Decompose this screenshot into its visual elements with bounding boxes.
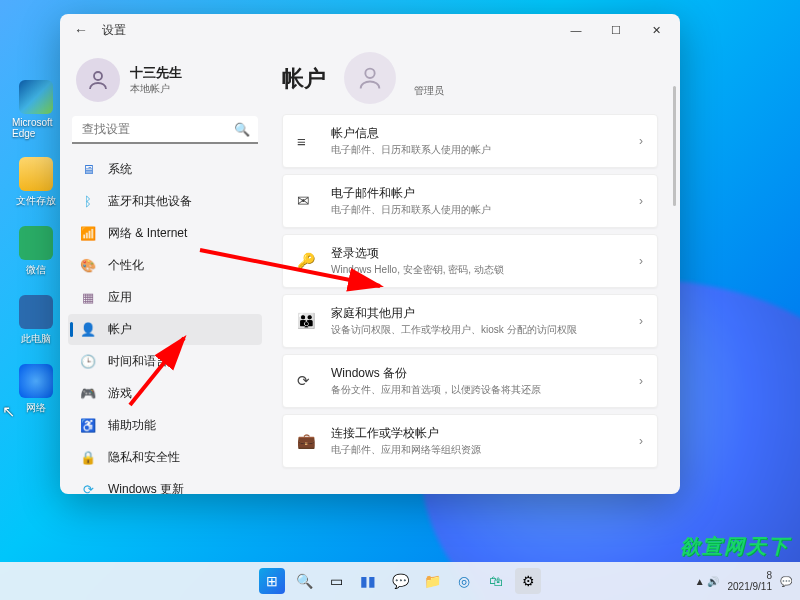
maximize-button[interactable]: ☐	[596, 14, 636, 46]
watermark: 欲宣网天下	[680, 533, 790, 560]
svg-point-0	[94, 72, 102, 80]
admin-label: 管理员	[414, 84, 444, 98]
main-avatar	[344, 52, 396, 104]
main-panel: 帐户 管理员 ≡帐户信息电子邮件、日历和联系人使用的帐户›✉电子邮件和帐户电子邮…	[270, 46, 680, 494]
scrollbar[interactable]	[673, 86, 676, 206]
nav-icon: 👤	[80, 322, 96, 338]
sidebar-item-8[interactable]: ♿辅助功能	[68, 410, 262, 441]
settings-card-3[interactable]: 👪家庭和其他用户设备访问权限、工作或学校用户、kiosk 分配的访问权限›	[282, 294, 658, 348]
sidebar-item-5[interactable]: 👤帐户	[68, 314, 262, 345]
taskbar: ⊞ 🔍 ▭ ▮▮ 💬 📁 ◎ 🛍 ⚙ ▲ 🔊 8 2021/9/11 💬	[0, 562, 800, 600]
settings-card-1[interactable]: ✉电子邮件和帐户电子邮件、日历和联系人使用的帐户›	[282, 174, 658, 228]
nav-label: 游戏	[108, 385, 132, 402]
nav-icon: 🕒	[80, 354, 96, 370]
sidebar-item-1[interactable]: ᛒ蓝牙和其他设备	[68, 186, 262, 217]
card-icon: ≡	[297, 133, 317, 150]
nav-label: 个性化	[108, 257, 144, 274]
chevron-right-icon: ›	[639, 314, 643, 328]
card-icon: 💼	[297, 432, 317, 450]
settings-card-0[interactable]: ≡帐户信息电子邮件、日历和联系人使用的帐户›	[282, 114, 658, 168]
desktop-icon-label: 文件存放	[16, 194, 56, 208]
minimize-button[interactable]: —	[556, 14, 596, 46]
user-block[interactable]: 十三先生 本地帐户	[68, 52, 262, 116]
desktop-icon-edge[interactable]: Microsoft Edge	[12, 80, 60, 139]
chevron-right-icon: ›	[639, 134, 643, 148]
network-icon	[19, 364, 53, 398]
file-explorer[interactable]: 📁	[419, 568, 445, 594]
card-icon: 👪	[297, 312, 317, 330]
nav: 🖥系统ᛒ蓝牙和其他设备📶网络 & Internet🎨个性化▦应用👤帐户🕒时间和语…	[68, 154, 262, 494]
chevron-right-icon: ›	[639, 194, 643, 208]
desktop-icon-wechat[interactable]: 微信	[12, 226, 60, 277]
user-sub: 本地帐户	[130, 82, 182, 96]
settings-card-4[interactable]: ⟳Windows 备份备份文件、应用和首选项，以便跨设备将其还原›	[282, 354, 658, 408]
chat[interactable]: 💬	[387, 568, 413, 594]
sidebar-item-2[interactable]: 📶网络 & Internet	[68, 218, 262, 249]
desktop-icon-this-pc[interactable]: 此电脑	[12, 295, 60, 346]
sidebar-item-9[interactable]: 🔒隐私和安全性	[68, 442, 262, 473]
card-title: 帐户信息	[331, 125, 625, 142]
nav-icon: ⟳	[80, 482, 96, 495]
wechat-icon	[19, 226, 53, 260]
sidebar-item-0[interactable]: 🖥系统	[68, 154, 262, 185]
titlebar: ← 设置 — ☐ ✕	[60, 14, 680, 46]
nav-label: 系统	[108, 161, 132, 178]
desktop-icon-network[interactable]: 网络	[12, 364, 60, 415]
system-tray[interactable]: ▲ 🔊 8 2021/9/11 💬	[695, 570, 792, 592]
settings-card-5[interactable]: 💼连接工作或学校帐户电子邮件、应用和网络等组织资源›	[282, 414, 658, 468]
card-title: 电子邮件和帐户	[331, 185, 625, 202]
task-view[interactable]: ▭	[323, 568, 349, 594]
edge-icon	[19, 80, 53, 114]
search-icon: 🔍	[234, 122, 250, 137]
card-icon: 🔑	[297, 252, 317, 270]
notification-icon[interactable]: 💬	[780, 576, 792, 587]
window-title: 设置	[102, 22, 126, 39]
card-icon: ✉	[297, 192, 317, 210]
sidebar-item-4[interactable]: ▦应用	[68, 282, 262, 313]
chevron-right-icon: ›	[639, 254, 643, 268]
card-title: Windows 备份	[331, 365, 625, 382]
card-icon: ⟳	[297, 372, 317, 390]
tray-date: 2021/9/11	[728, 581, 773, 592]
settings-cards: ≡帐户信息电子邮件、日历和联系人使用的帐户›✉电子邮件和帐户电子邮件、日历和联系…	[282, 114, 658, 468]
sidebar-item-7[interactable]: 🎮游戏	[68, 378, 262, 409]
start-button[interactable]: ⊞	[259, 568, 285, 594]
nav-label: 时间和语言	[108, 353, 168, 370]
user-name: 十三先生	[130, 64, 182, 82]
nav-icon: 🖥	[80, 162, 96, 178]
card-title: 连接工作或学校帐户	[331, 425, 625, 442]
tray-time: 8	[728, 570, 773, 581]
card-sub: 电子邮件、日历和联系人使用的帐户	[331, 203, 625, 217]
sidebar-item-3[interactable]: 🎨个性化	[68, 250, 262, 281]
widgets[interactable]: ▮▮	[355, 568, 381, 594]
card-sub: Windows Hello, 安全密钥, 密码, 动态锁	[331, 263, 625, 277]
edge[interactable]: ◎	[451, 568, 477, 594]
desktop-icon-label: 此电脑	[21, 332, 51, 346]
desktop-icon-folder[interactable]: 文件存放	[12, 157, 60, 208]
search-box[interactable]: 🔍	[72, 116, 258, 144]
settings-card-2[interactable]: 🔑登录选项Windows Hello, 安全密钥, 密码, 动态锁›	[282, 234, 658, 288]
nav-label: 蓝牙和其他设备	[108, 193, 192, 210]
sidebar: 十三先生 本地帐户 🔍 🖥系统ᛒ蓝牙和其他设备📶网络 & Internet🎨个性…	[60, 46, 270, 494]
chevron-right-icon: ›	[639, 374, 643, 388]
settings-taskbar[interactable]: ⚙	[515, 568, 541, 594]
nav-icon: ᛒ	[80, 194, 96, 210]
nav-icon: 🔒	[80, 450, 96, 466]
desktop-icons: Microsoft Edge文件存放微信此电脑网络	[12, 80, 60, 415]
taskbar-search[interactable]: 🔍	[291, 568, 317, 594]
sidebar-item-10[interactable]: ⟳Windows 更新	[68, 474, 262, 494]
nav-label: 隐私和安全性	[108, 449, 180, 466]
card-sub: 电子邮件、日历和联系人使用的帐户	[331, 143, 625, 157]
nav-label: 帐户	[108, 321, 132, 338]
tray-icons[interactable]: ▲ 🔊	[695, 576, 720, 587]
nav-icon: ♿	[80, 418, 96, 434]
store[interactable]: 🛍	[483, 568, 509, 594]
sidebar-item-6[interactable]: 🕒时间和语言	[68, 346, 262, 377]
svg-point-1	[365, 69, 374, 78]
back-button[interactable]: ←	[74, 22, 88, 38]
search-input[interactable]	[72, 116, 258, 144]
card-sub: 电子邮件、应用和网络等组织资源	[331, 443, 625, 457]
settings-window: ← 设置 — ☐ ✕ 十三先生 本地帐户	[60, 14, 680, 494]
close-button[interactable]: ✕	[636, 14, 676, 46]
folder-icon	[19, 157, 53, 191]
